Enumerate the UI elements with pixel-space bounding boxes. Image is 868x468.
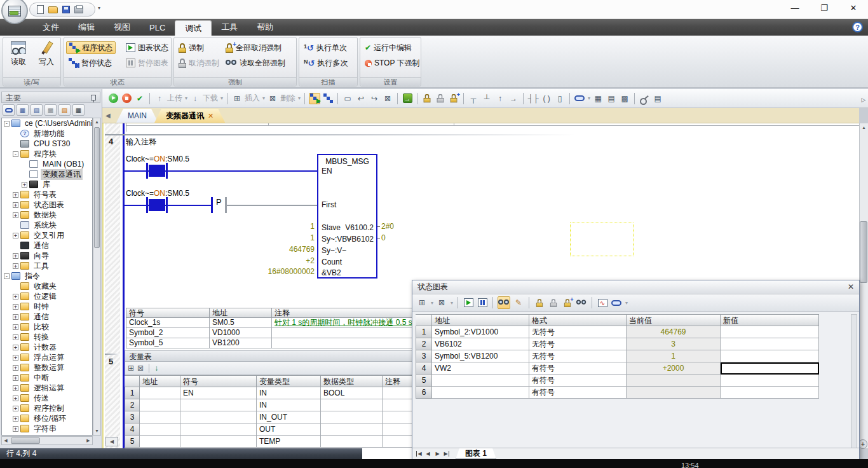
status-chart-window[interactable]: 状态图表 ✕ ⊞▾ ⊠▾ ✎ + ∿ ▾ 地址 格式	[412, 280, 860, 460]
cell[interactable]: 无符号	[529, 350, 627, 362]
scroll-up-icon[interactable]: ▲	[93, 118, 100, 126]
chart-pause-icon[interactable]	[477, 296, 488, 309]
cell[interactable]: SM0.1	[269, 123, 454, 126]
tree-item-cross-reference[interactable]: +交叉引用	[2, 230, 92, 240]
address-tag-caret-icon[interactable]: ▾	[625, 300, 628, 306]
program-status-button[interactable]: 程序状态	[66, 41, 116, 54]
cell[interactable]: OUT	[257, 423, 321, 436]
tree-horizontal-scrollbar[interactable]: ◀ ▶	[1, 436, 93, 445]
help-icon[interactable]: ?	[852, 22, 863, 32]
menu-plc[interactable]: PLC	[140, 19, 175, 36]
row-number[interactable]: 3	[125, 411, 140, 423]
branch-up-icon[interactable]: ┴	[481, 93, 492, 104]
new-value-cell[interactable]	[721, 350, 819, 362]
insert-row-caret-icon[interactable]: ▾	[431, 300, 433, 306]
scrollbar-thumb[interactable]	[94, 127, 100, 248]
column-header[interactable]: 格式	[529, 314, 627, 326]
cell[interactable]: 有符号	[529, 362, 627, 375]
insert-coil-icon[interactable]: ( )	[541, 93, 552, 104]
tree-item-system-block[interactable]: 系统块	[2, 220, 92, 230]
column-header[interactable]: 当前值	[627, 314, 721, 326]
column-header[interactable]: 符号	[180, 375, 257, 387]
cell[interactable]: First_Scan_On	[126, 123, 269, 126]
unforce-all-button[interactable]: + 全部取消强制	[223, 41, 284, 54]
scrollbar-thumb[interactable]	[11, 437, 40, 444]
cell[interactable]: VB1200	[210, 338, 272, 348]
column-header[interactable]: 数据类型	[321, 375, 383, 387]
menu-file[interactable]: 文件	[33, 19, 69, 36]
column-header[interactable]	[125, 375, 140, 387]
grid-view-icon[interactable]: ▦	[17, 104, 29, 116]
contact[interactable]	[166, 163, 168, 179]
force-all-lock-icon[interactable]: +	[448, 93, 459, 104]
properties-icon[interactable]: ▤	[652, 93, 663, 104]
run-icon[interactable]	[107, 93, 119, 104]
upload-caret-icon[interactable]: ▾	[185, 95, 187, 101]
cell[interactable]	[180, 436, 257, 448]
tag-view-icon[interactable]	[3, 104, 15, 116]
cell[interactable]: IN	[257, 399, 321, 411]
read-status-icon[interactable]	[498, 296, 510, 309]
row-number[interactable]: 4	[416, 362, 432, 375]
editor-scroll-left-icon[interactable]: ◀	[105, 437, 118, 446]
cell[interactable]	[140, 423, 180, 436]
delete-caret-icon[interactable]: ▾	[298, 95, 301, 101]
upload-label[interactable]: 上传	[167, 93, 182, 104]
edge-contact[interactable]	[211, 197, 213, 213]
cell[interactable]	[321, 436, 383, 448]
insert-caret-icon[interactable]: ▾	[262, 95, 265, 101]
goto-icon[interactable]: →	[402, 93, 413, 104]
next-bookmark-icon[interactable]: ↪	[369, 93, 380, 104]
current-value-cell[interactable]	[627, 387, 721, 399]
chart-status-toggle-icon[interactable]	[322, 93, 334, 104]
tree-item-library[interactable]: +库	[2, 179, 92, 189]
column-header[interactable]: 地址	[140, 375, 180, 387]
param-value[interactable]: 464769	[226, 245, 315, 254]
tree-item-move[interactable]: +传送	[2, 393, 92, 403]
tree-item-main-ob1[interactable]: MAIN (OB1)	[2, 159, 92, 169]
tab-close-icon[interactable]: ✕	[208, 112, 214, 120]
row-number[interactable]: 2	[125, 399, 140, 411]
tree-item-program-control[interactable]: +程序控制	[2, 403, 92, 413]
new-value-cell[interactable]	[721, 326, 819, 338]
insert-box-icon[interactable]: ▯	[554, 93, 566, 104]
next-chart-icon[interactable]: ▶	[433, 451, 442, 457]
row-number[interactable]: 5	[416, 375, 432, 387]
key-icon[interactable]	[639, 93, 650, 104]
tree-item-compare[interactable]: +比较	[2, 322, 92, 332]
insert-row-icon[interactable]: ⊞	[416, 296, 428, 309]
prev-bookmark-icon[interactable]: ↩	[355, 93, 367, 104]
tree-item-symbol-table[interactable]: +符号表	[2, 189, 92, 200]
editor-vertical-scrollbar[interactable]: ▲	[859, 123, 868, 448]
zoom-plus-button[interactable]: +	[858, 439, 867, 449]
cell[interactable]: IN_OUT	[257, 411, 321, 423]
new-value-cell[interactable]	[721, 338, 819, 350]
output-value[interactable]: 0	[381, 233, 386, 242]
cell[interactable]: 无符号	[529, 338, 627, 350]
execute-multiple-button[interactable]: N↺ 执行多次	[301, 57, 350, 69]
column-header[interactable]: 地址	[210, 308, 272, 318]
cell[interactable]: 有符号	[529, 387, 627, 399]
last-chart-icon[interactable]: ▶	[443, 451, 449, 457]
tree-item-data-block[interactable]: +数据块	[2, 210, 92, 220]
tree-item-float-math[interactable]: +浮点运算	[2, 352, 92, 362]
read-forced-icon[interactable]	[576, 296, 587, 309]
tree-item-logical-ops[interactable]: +逻辑运算	[2, 383, 92, 393]
force-lock-icon[interactable]	[421, 93, 433, 104]
minimize-button[interactable]: —	[785, 3, 804, 13]
chart-play-icon[interactable]	[463, 296, 474, 309]
download-var-icon[interactable]: ↓	[154, 364, 158, 373]
table-icon[interactable]: ▦	[592, 93, 604, 104]
cell[interactable]: 仅在第一个扫描周期时接通	[454, 123, 859, 126]
network-comment[interactable]: 输入注释	[126, 137, 156, 148]
cell[interactable]	[321, 411, 383, 423]
tree-item-interrupt[interactable]: +中断	[2, 373, 92, 383]
force-all-lock-icon[interactable]: +	[562, 296, 573, 309]
unforce-button[interactable]: 取消强制	[176, 57, 222, 69]
tab-scroll-left-icon[interactable]: ◀	[105, 112, 111, 119]
tree-item-wizards[interactable]: +向导	[2, 251, 92, 261]
tree-item-shift-rotate[interactable]: +移位/循环	[2, 413, 92, 423]
branch-down-icon[interactable]: ┬	[468, 93, 479, 104]
new-file-icon[interactable]	[37, 5, 44, 14]
output-value[interactable]: 2#0	[381, 222, 394, 231]
